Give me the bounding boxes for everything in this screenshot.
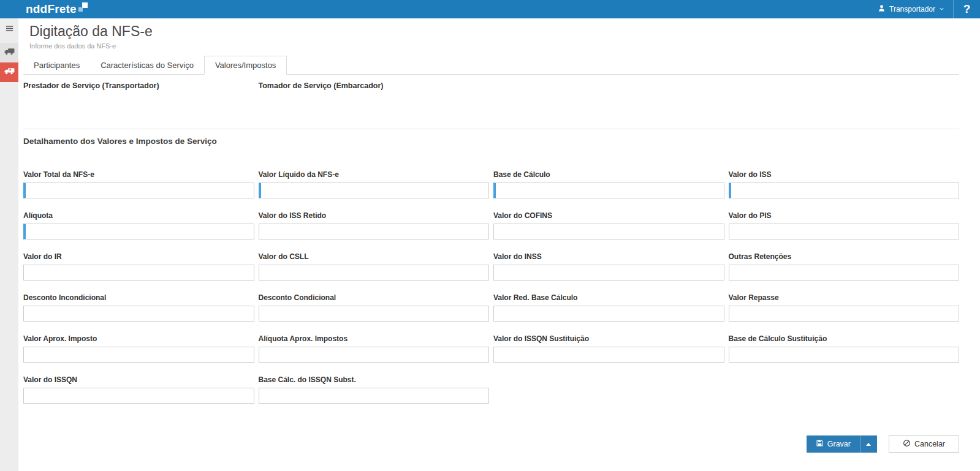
- page-subtitle: Informe dos dados da NFS-e: [29, 42, 959, 50]
- tab-valores-impostos[interactable]: Valores/Impostos: [204, 56, 287, 75]
- gravar-button-label: Gravar: [827, 440, 851, 448]
- field-label: Base Cálc. do ISSQN Subst.: [259, 375, 490, 384]
- prestador-section: Prestador de Serviço (Transportador): [23, 81, 254, 129]
- tab-caracteristicas-do-servico[interactable]: Características do Serviço: [90, 56, 204, 74]
- valor-iss-retido-input[interactable]: [259, 224, 490, 239]
- field-base-de-calculo: Base de Cálculo: [493, 170, 724, 198]
- field-valor-red-base-calculo: Valor Red. Base Cálculo: [493, 293, 724, 322]
- sidebar: [0, 18, 18, 471]
- field-valor-liquido-nfse: Valor Líquido da NFS-e: [259, 170, 490, 198]
- field-valor-ir: Valor do IR: [23, 252, 254, 281]
- valor-pis-input[interactable]: [729, 224, 960, 239]
- help-button[interactable]: ?: [953, 0, 980, 18]
- field-label: Desconto Condicional: [259, 293, 490, 302]
- field-valor-cofins: Valor do COFINS: [493, 211, 724, 239]
- values-form: Valor Total da NFS-e Valor Líquido da NF…: [23, 170, 959, 416]
- field-desconto-incondicional: Desconto Incondicional: [23, 293, 254, 322]
- field-label: Valor Red. Base Cálculo: [493, 293, 724, 302]
- cancelar-button[interactable]: Cancelar: [889, 435, 959, 453]
- desconto-condicional-input[interactable]: [259, 306, 490, 322]
- caret-up-icon: [866, 443, 871, 446]
- valor-ir-input[interactable]: [23, 265, 254, 281]
- gravar-button[interactable]: Gravar: [807, 435, 860, 453]
- base-calc-issqn-subst-input[interactable]: [259, 388, 490, 404]
- sidebar-menu-toggle[interactable]: [0, 18, 18, 40]
- field-label: Valor do CSLL: [259, 252, 490, 261]
- field-valor-repasse: Valor Repasse: [729, 293, 960, 322]
- valor-cofins-input[interactable]: [493, 224, 724, 239]
- valor-inss-input[interactable]: [493, 265, 724, 281]
- field-outras-retencoes: Outras Retenções: [729, 252, 960, 281]
- field-valor-inss: Valor do INSS: [493, 252, 724, 281]
- topbar-right: Transportador ?: [869, 0, 980, 18]
- valor-aprox-imposto-input[interactable]: [23, 347, 254, 363]
- base-de-calculo-input[interactable]: [493, 183, 724, 198]
- field-label: Valor do COFINS: [493, 211, 724, 220]
- page-title: Digitação da NFS-e: [29, 23, 959, 40]
- brand-logo-text: nddFrete: [26, 0, 77, 18]
- field-valor-do-iss: Valor do ISS: [729, 170, 960, 198]
- gravar-split-button: Gravar: [807, 435, 877, 453]
- truck-icon: [4, 47, 15, 58]
- valor-repasse-input[interactable]: [729, 306, 960, 322]
- field-base-calculo-sustituicao: Base de Cálculo Sustituição: [729, 334, 960, 363]
- valor-issqn-sustituicao-input[interactable]: [493, 347, 724, 363]
- user-icon: [878, 4, 886, 14]
- user-menu[interactable]: Transportador: [869, 0, 953, 18]
- valor-red-base-calculo-input[interactable]: [493, 306, 724, 322]
- tomador-section: Tomador de Serviço (Embarcador): [259, 81, 490, 129]
- field-label: Valor do ISSQN Sustituição: [493, 334, 724, 343]
- field-label: Base de Cálculo Sustituição: [729, 334, 960, 343]
- save-icon: [816, 439, 824, 449]
- sidebar-item-fleet[interactable]: [0, 43, 18, 62]
- sidebar-item-freight-entry[interactable]: [0, 62, 18, 82]
- tab-participantes[interactable]: Participantes: [23, 56, 90, 74]
- field-label: Valor do INSS: [493, 252, 724, 261]
- prestador-label: Prestador de Serviço (Transportador): [23, 81, 254, 90]
- top-bar: nddFrete Transportador ?: [0, 0, 980, 18]
- brand-logo[interactable]: nddFrete: [0, 0, 88, 18]
- field-valor-iss-retido: Valor do ISS Retido: [259, 211, 490, 239]
- field-valor-csll: Valor do CSLL: [259, 252, 490, 281]
- field-label: Base de Cálculo: [493, 170, 724, 179]
- tomador-label: Tomador de Serviço (Embarcador): [259, 81, 490, 90]
- base-calculo-sustituicao-input[interactable]: [729, 347, 960, 363]
- field-valor-issqn-sustituicao: Valor do ISSQN Sustituição: [493, 334, 724, 363]
- field-label: Valor do ISS Retido: [259, 211, 490, 220]
- cancel-icon: [903, 439, 911, 449]
- aliquota-input[interactable]: [23, 224, 254, 239]
- participants-section: Prestador de Serviço (Transportador) Tom…: [23, 75, 959, 129]
- valor-total-nfse-input[interactable]: [23, 183, 254, 198]
- outras-retencoes-input[interactable]: [729, 265, 960, 281]
- aliquota-aprox-impostos-input[interactable]: [259, 347, 490, 363]
- field-valor-pis: Valor do PIS: [729, 211, 960, 239]
- field-base-calc-issqn-subst: Base Cálc. do ISSQN Subst.: [259, 375, 490, 404]
- field-aliquota-aprox-impostos: Alíquota Aprox. Impostos: [259, 334, 490, 363]
- form-actions: Gravar Cancelar: [23, 435, 959, 453]
- field-label: Alíquota: [23, 211, 254, 220]
- field-label: Valor Total da NFS-e: [23, 170, 254, 179]
- valor-csll-input[interactable]: [259, 265, 490, 281]
- chevron-down-icon: [939, 5, 944, 13]
- main-content: Digitação da NFS-e Informe dos dados da …: [18, 18, 980, 471]
- desconto-incondicional-input[interactable]: [23, 306, 254, 322]
- field-label: Valor do IR: [23, 252, 254, 261]
- field-label: Valor do PIS: [729, 211, 960, 220]
- field-label: Valor Repasse: [729, 293, 960, 302]
- field-label: Desconto Incondicional: [23, 293, 254, 302]
- field-label: Outras Retenções: [729, 252, 960, 261]
- cancelar-button-label: Cancelar: [914, 440, 945, 448]
- field-label: Alíquota Aprox. Impostos: [259, 334, 490, 343]
- hamburger-icon: [5, 24, 14, 36]
- field-label: Valor Líquido da NFS-e: [259, 170, 490, 179]
- valor-do-iss-input[interactable]: [729, 183, 960, 198]
- valor-issqn-input[interactable]: [23, 388, 254, 404]
- field-label: Valor do ISSQN: [23, 375, 254, 384]
- field-desconto-condicional: Desconto Condicional: [259, 293, 490, 322]
- field-valor-aprox-imposto: Valor Aprox. Imposto: [23, 334, 254, 363]
- field-label: Valor Aprox. Imposto: [23, 334, 254, 343]
- user-menu-label: Transportador: [889, 5, 935, 13]
- gravar-dropdown-toggle[interactable]: [860, 435, 877, 453]
- delivery-truck-icon: [4, 67, 15, 78]
- valor-liquido-nfse-input[interactable]: [259, 183, 490, 198]
